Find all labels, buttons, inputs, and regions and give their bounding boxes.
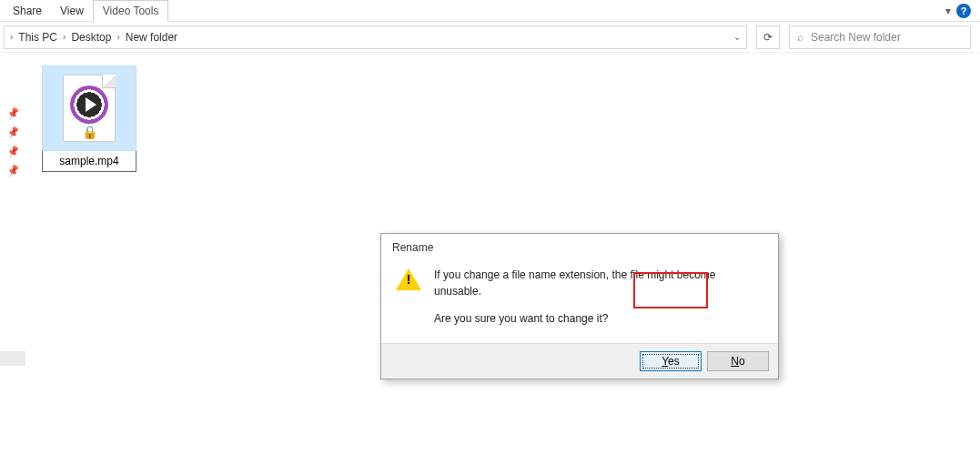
breadcrumb[interactable]: › This PC › Desktop › New folder ⌄ (4, 25, 747, 49)
pin-icon: 📌 (6, 106, 22, 120)
chevron-right-icon: › (116, 32, 119, 42)
crumb-desktop[interactable]: Desktop (69, 29, 113, 45)
chevron-right-icon: › (63, 32, 66, 42)
pin-icon: 📌 (6, 125, 22, 139)
lock-icon: 🔒 (82, 125, 97, 139)
search-input[interactable]: ⌕ Search New folder (789, 25, 971, 49)
tab-view[interactable]: View (51, 1, 93, 21)
dialog-title: Rename (381, 234, 778, 261)
file-item[interactable]: 🔒 sample.mp4 (42, 66, 136, 172)
file-name-editbox[interactable]: sample.mp4 (42, 150, 136, 172)
refresh-button[interactable]: ⟳ (756, 25, 780, 49)
tab-video-tools[interactable]: Video Tools (93, 0, 169, 22)
file-list-area: 📌 📌 📌 📌 🔒 sample.mp4 Rename ! If you cha… (0, 53, 980, 475)
file-thumbnail: 🔒 (42, 66, 136, 151)
document-icon: 🔒 (63, 75, 116, 142)
warning-icon: ! (396, 268, 421, 290)
rename-dialog: Rename ! If you change a file name exten… (380, 233, 779, 379)
chevron-right-icon: › (10, 32, 13, 42)
crumb-this-pc[interactable]: This PC (16, 29, 59, 45)
chevron-down-icon[interactable]: ▾ (945, 5, 951, 17)
dialog-message: If you change a file name extension, the… (434, 267, 763, 327)
status-bar-stub (0, 351, 25, 366)
crumb-new-folder[interactable]: New folder (124, 29, 179, 45)
quick-access-pins: 📌 📌 📌 📌 (7, 107, 20, 177)
dialog-message-line1: If you change a file name extension, the… (434, 267, 763, 299)
chevron-down-icon[interactable]: ⌄ (733, 32, 741, 42)
ribbon-tabs: Share View Video Tools ▾ ? (0, 0, 980, 22)
play-icon (70, 86, 108, 124)
address-bar-row: › This PC › Desktop › New folder ⌄ ⟳ ⌕ S… (0, 22, 980, 53)
search-icon: ⌕ (797, 31, 803, 44)
yes-button[interactable]: Yes (640, 351, 702, 371)
no-button[interactable]: No (707, 351, 769, 371)
pin-icon: 📌 (6, 144, 22, 158)
tab-share[interactable]: Share (4, 1, 51, 21)
pin-icon: 📌 (6, 163, 22, 177)
help-icon[interactable]: ? (956, 4, 971, 18)
search-placeholder: Search New folder (811, 31, 901, 44)
dialog-message-line2: Are you sure you want to change it? (434, 310, 763, 327)
refresh-icon: ⟳ (763, 31, 773, 44)
dialog-button-row: Yes No (381, 343, 778, 379)
